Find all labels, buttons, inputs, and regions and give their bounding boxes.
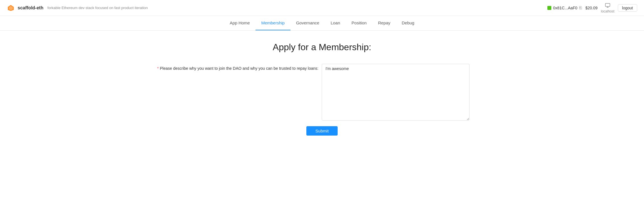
main-content: Apply for a Membership: *Please describe…: [151, 31, 493, 147]
submit-row: Submit: [157, 126, 487, 136]
nav-item-repay[interactable]: Repay: [372, 16, 396, 30]
header-left: scaffold-eth forkable Ethereum dev stack…: [7, 4, 148, 12]
header-right: 0x81C...AaF0 ⎘ $20.09 localhost logout: [547, 3, 637, 13]
nav-item-position[interactable]: Position: [346, 16, 372, 30]
app-description: forkable Ethereum dev stack focused on f…: [47, 6, 148, 10]
page-title: Apply for a Membership:: [157, 42, 487, 52]
header: scaffold-eth forkable Ethereum dev stack…: [0, 0, 644, 16]
nav-item-debug[interactable]: Debug: [396, 16, 420, 30]
nav-item-loan[interactable]: Loan: [325, 16, 346, 30]
scaffold-eth-logo: [7, 4, 15, 12]
membership-description-input[interactable]: I'm awesome: [322, 64, 470, 121]
nav-item-governance[interactable]: Governance: [290, 16, 325, 30]
nav-item-membership[interactable]: Membership: [255, 16, 290, 30]
wallet-status-dot: [547, 6, 551, 10]
form-label: *Please describe why you want to join th…: [157, 64, 318, 71]
network-label: localhost: [601, 9, 614, 13]
network-info: localhost: [601, 3, 614, 13]
nav-item-app-home[interactable]: App Home: [224, 16, 255, 30]
svg-rect-3: [605, 3, 610, 7]
logout-button[interactable]: logout: [618, 4, 637, 12]
submit-button[interactable]: Submit: [306, 126, 338, 136]
required-star: *: [157, 66, 159, 71]
wallet-address: 0x81C...AaF0: [553, 6, 577, 10]
app-name: scaffold-eth: [18, 5, 43, 10]
wallet-balance: $20.09: [585, 6, 598, 10]
network-icon[interactable]: [605, 3, 610, 9]
wallet-info: 0x81C...AaF0 ⎘: [547, 5, 582, 10]
main-nav: App Home Membership Governance Loan Posi…: [0, 16, 644, 31]
description-form-row: *Please describe why you want to join th…: [157, 64, 487, 121]
copy-icon[interactable]: ⎘: [579, 5, 582, 10]
